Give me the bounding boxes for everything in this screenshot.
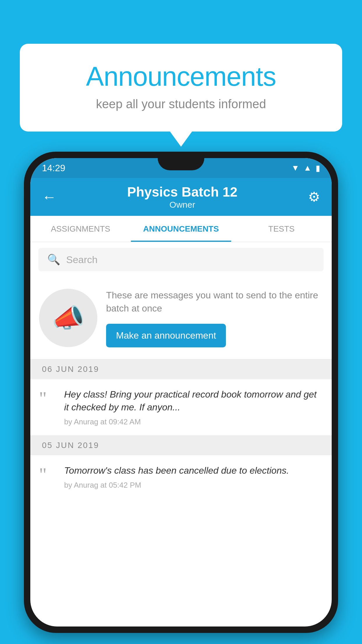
announcement-text-2: Tomorrow's class has been cancelled due … (64, 464, 323, 477)
app-bar-subtitle: Owner (127, 200, 237, 210)
status-time: 14:29 (42, 163, 65, 174)
tab-announcements[interactable]: ANNOUNCEMENTS (131, 216, 231, 242)
battery-icon: ▮ (316, 163, 320, 173)
bubble-title: Announcements (43, 61, 319, 92)
phone-container: 14:29 ▼ ▲ ▮ ← Physics Batch 12 Owner ⚙ (24, 152, 338, 644)
tab-assignments[interactable]: ASSIGNMENTS (30, 216, 131, 242)
status-icons: ▼ ▲ ▮ (291, 163, 320, 173)
quote-icon-1: " (39, 389, 57, 408)
announcement-promo: 📣 These are messages you want to send to… (30, 277, 332, 359)
quote-icon-2: " (39, 465, 57, 484)
gear-icon[interactable]: ⚙ (308, 189, 320, 205)
announcement-meta-1: by Anurag at 09:42 AM (64, 417, 323, 426)
bubble-subtitle: keep all your students informed (43, 97, 319, 111)
notch (158, 158, 204, 170)
announcement-meta-2: by Anurag at 05:42 PM (64, 481, 323, 490)
app-bar-center: Physics Batch 12 Owner (127, 184, 237, 210)
announcement-text-1: Hey class! Bring your practical record b… (64, 388, 323, 414)
announcement-content-1: Hey class! Bring your practical record b… (64, 388, 323, 427)
megaphone-icon: 📣 (52, 303, 85, 333)
search-icon: 🔍 (47, 253, 60, 266)
announcement-item-1[interactable]: " Hey class! Bring your practical record… (30, 379, 332, 436)
speech-bubble-container: Announcements keep all your students inf… (20, 44, 342, 132)
date-separator-2: 05 JUN 2019 (30, 435, 332, 455)
app-bar-title: Physics Batch 12 (127, 184, 237, 200)
announcement-content-2: Tomorrow's class has been cancelled due … (64, 464, 323, 490)
tabs-container: ASSIGNMENTS ANNOUNCEMENTS TESTS (30, 216, 332, 242)
back-button[interactable]: ← (42, 188, 57, 205)
tab-tests[interactable]: TESTS (231, 216, 332, 242)
search-placeholder: Search (66, 254, 98, 265)
wifi-icon: ▼ (291, 163, 300, 173)
search-container: 🔍 Search (30, 242, 332, 277)
announcement-item-2[interactable]: " Tomorrow's class has been cancelled du… (30, 455, 332, 498)
phone-screen: 14:29 ▼ ▲ ▮ ← Physics Batch 12 Owner ⚙ (30, 158, 332, 626)
promo-text: These are messages you want to send to t… (106, 289, 323, 315)
search-box[interactable]: 🔍 Search (38, 248, 324, 271)
promo-content: These are messages you want to send to t… (106, 289, 323, 347)
make-announcement-button[interactable]: Make an announcement (106, 324, 226, 347)
speech-bubble: Announcements keep all your students inf… (20, 44, 342, 132)
promo-icon-circle: 📣 (39, 289, 97, 347)
date-separator-1: 06 JUN 2019 (30, 359, 332, 379)
phone-frame: 14:29 ▼ ▲ ▮ ← Physics Batch 12 Owner ⚙ (24, 152, 338, 633)
status-bar: 14:29 ▼ ▲ ▮ (30, 158, 332, 178)
signal-icon: ▲ (303, 163, 312, 173)
app-bar: ← Physics Batch 12 Owner ⚙ (30, 178, 332, 216)
